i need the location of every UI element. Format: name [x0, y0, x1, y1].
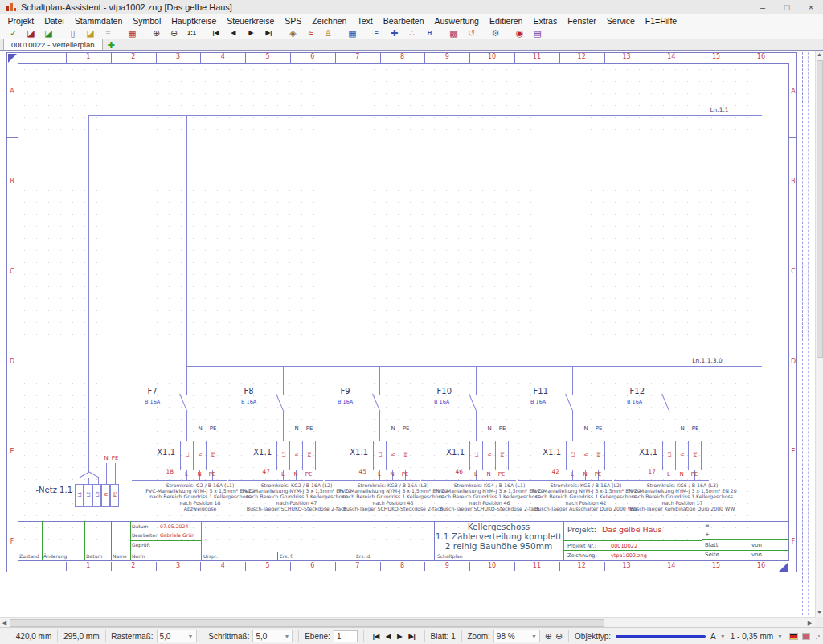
tab-verteilerplan[interactable]: 00010022 - Verteilerplan: [3, 39, 103, 50]
maximize-button[interactable]: □: [775, 0, 799, 14]
vertical-scroll-thumb[interactable]: [817, 60, 823, 358]
sheet-manager-icon[interactable]: ▩: [447, 27, 461, 39]
previous-sheet-button[interactable]: ◀: [386, 633, 391, 640]
help-book-icon[interactable]: ▤: [530, 27, 544, 39]
terminal-box-label: N: [487, 448, 492, 461]
zoom-out-icon[interactable]: ⊖: [555, 631, 563, 642]
line-width-selector[interactable]: 1 - 0,35 mm: [731, 632, 773, 641]
terminal-label: -X1.1: [612, 448, 657, 457]
menu-f1-hilfe[interactable]: F1=Hilfe: [640, 16, 682, 26]
ruler-tick: [514, 562, 515, 571]
titleblock-label: Datum: [132, 523, 148, 529]
menu-service[interactable]: Service: [601, 16, 640, 26]
menu-stammdaten[interactable]: Stammdaten: [69, 16, 128, 26]
resize-grip[interactable]: [815, 632, 821, 640]
last-sheet-icon[interactable]: ▶|: [262, 27, 276, 39]
terminal-header-label: PE: [207, 425, 219, 432]
title-block-line: [563, 540, 702, 541]
menu-bearbeiten[interactable]: Bearbeiten: [378, 16, 429, 26]
ruler-row-left: E: [7, 448, 17, 455]
minimize-button[interactable]: –: [751, 0, 775, 14]
ruler-row-right: E: [789, 448, 797, 455]
menu-sps[interactable]: SPS: [280, 16, 307, 26]
zoom-in-icon[interactable]: ⊕: [545, 631, 552, 642]
menu-auswertung[interactable]: Auswertung: [429, 16, 484, 26]
snap-points-icon[interactable]: ∴: [405, 27, 419, 39]
title-block-line: [84, 521, 85, 560]
zoom-in-icon[interactable]: ⊕: [149, 27, 163, 39]
menu-zeichnen[interactable]: Zeichnen: [307, 16, 352, 26]
bridge-tool-icon[interactable]: H: [423, 27, 436, 39]
red-flag-icon[interactable]: [802, 633, 811, 640]
ruler-tick: [514, 53, 515, 63]
source-terminal-label: L3: [95, 490, 100, 499]
menu-text[interactable]: Text: [352, 16, 378, 26]
menu-symbol[interactable]: Symbol: [128, 16, 166, 26]
horizontal-scrollbar[interactable]: ◀ ▶: [0, 617, 815, 627]
raster-dropdown[interactable]: 5,0▼: [157, 630, 197, 642]
ruler-tick: [789, 498, 796, 498]
german-flag-icon[interactable]: [789, 633, 798, 640]
menu-projekt[interactable]: Projekt: [2, 16, 39, 26]
vertical-scrollbar[interactable]: ▲ ▼: [815, 51, 823, 617]
zoom-out-icon[interactable]: ⊖: [167, 27, 181, 39]
first-sheet-button[interactable]: |◀: [373, 633, 379, 640]
terminal-header-label: N: [194, 425, 207, 432]
zoom-dropdown[interactable]: 98 %▼: [493, 630, 540, 642]
component-data-icon[interactable]: ♙: [321, 27, 335, 39]
ruler-tick: [200, 562, 201, 571]
export-red-icon[interactable]: ◪: [24, 27, 38, 39]
line-settings-icon[interactable]: =: [370, 27, 383, 39]
ebene-input[interactable]: 1: [334, 630, 358, 642]
terminal-box-label: N: [583, 448, 588, 461]
new-drawing-icon[interactable]: ▯: [66, 27, 80, 39]
print-icon[interactable]: ≡: [101, 27, 115, 39]
insert-point-icon[interactable]: ✚: [387, 27, 401, 39]
open-drawing-icon[interactable]: ◪: [84, 27, 97, 39]
exit-app-icon[interactable]: ◉: [513, 27, 526, 39]
parts-list-icon[interactable]: ▦: [346, 27, 359, 39]
main-circuits-icon[interactable]: ≈: [304, 27, 317, 39]
scroll-left-icon[interactable]: ◀: [1, 619, 8, 627]
first-sheet-icon[interactable]: |◀: [209, 27, 223, 39]
window-title: Schaltplan-Assistent - vtpa1002.zng [Das…: [21, 2, 232, 12]
terminal-header-label: N: [579, 425, 592, 432]
scroll-down-icon[interactable]: ▼: [816, 609, 823, 617]
line-type-preview[interactable]: [616, 635, 706, 638]
ruler-tick: [156, 562, 157, 571]
zoom-1to1-icon[interactable]: 1:1: [185, 27, 199, 39]
symbol-palette-icon[interactable]: ▦: [125, 27, 139, 39]
menu-hauptkreise[interactable]: Hauptkreise: [166, 16, 222, 26]
service-tools-icon[interactable]: ⚙: [489, 27, 502, 39]
menu-fenster[interactable]: Fenster: [563, 16, 602, 26]
import-green-icon[interactable]: ◪: [42, 27, 55, 39]
position-number: 42: [537, 468, 559, 475]
drawing-canvas[interactable]: 1122334455667788991010111112121313141415…: [0, 51, 815, 617]
menu-steuerkreise[interactable]: Steuerkreise: [222, 16, 280, 26]
last-sheet-button[interactable]: ▶|: [408, 633, 415, 640]
find-symbol-icon[interactable]: ◈: [286, 27, 300, 39]
pen-selector[interactable]: A: [710, 632, 716, 641]
project-check-icon[interactable]: ✓: [6, 27, 20, 39]
menu-extras[interactable]: Extras: [528, 16, 563, 26]
menu-datei[interactable]: Datei: [39, 16, 70, 26]
rotate-tool-icon[interactable]: ↺: [465, 27, 478, 39]
ruler-column-top: 4: [200, 53, 245, 60]
horizontal-scroll-thumb[interactable]: [10, 619, 604, 627]
chevron-down-icon: ▼: [531, 634, 537, 639]
conductor-label: PE: [207, 471, 218, 478]
next-sheet-icon[interactable]: ▶: [244, 27, 258, 39]
terminal-box-label: N: [680, 448, 685, 461]
schritt-dropdown[interactable]: 5,0▼: [252, 630, 293, 642]
next-sheet-button[interactable]: ▶: [397, 633, 402, 640]
menu-editieren[interactable]: Editieren: [484, 16, 527, 26]
wire: [115, 463, 116, 484]
previous-sheet-icon[interactable]: ◀: [227, 27, 240, 39]
scroll-up-icon[interactable]: ▲: [816, 51, 823, 59]
wire: [80, 478, 80, 484]
close-button[interactable]: ×: [799, 0, 823, 14]
scroll-right-icon[interactable]: ▶: [806, 619, 813, 627]
ruler-column-bottom: 14: [649, 562, 694, 569]
ruler-tick: [380, 562, 381, 571]
new-tab-icon[interactable]: ✚: [108, 40, 115, 50]
